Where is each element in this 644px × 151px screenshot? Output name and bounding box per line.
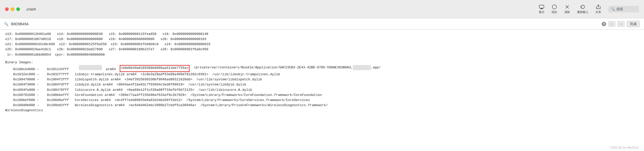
toolbar-present[interactable]: 现在 bbox=[552, 4, 557, 14]
window-title: .crash bbox=[26, 7, 36, 11]
binary-row-7: 0x180bbf000 – 0x180d8afff CoreServices a… bbox=[5, 98, 639, 103]
toolbar-reload-label: 重新载入 bbox=[577, 10, 588, 14]
register-row-5: lr: 0x00000001dbb88854 cpsr: 0x000000000… bbox=[5, 52, 639, 57]
toolbar-reload[interactable]: 重新载入 bbox=[577, 4, 588, 14]
binary-row-4: 0x1804f3000 – 0x1804fdfff libdyld.dylib … bbox=[5, 82, 639, 87]
traffic-lights bbox=[5, 7, 20, 11]
binary-row-2: 0x1032ec000 – 0x1032f7fff libobjc-trampo… bbox=[5, 72, 639, 77]
close-button[interactable] bbox=[5, 7, 9, 11]
svg-point-3 bbox=[552, 5, 556, 9]
highlighted-uuid: <b8d9b49a6269388b8996aa512eb7755a> bbox=[120, 65, 189, 72]
done-button[interactable]: 完成 bbox=[627, 21, 640, 27]
binary-row-3: 0x180470000 – 0x1804f2fff libdispatch.dy… bbox=[5, 77, 639, 82]
present-icon bbox=[552, 4, 557, 10]
search-placeholder: 搜索 bbox=[616, 7, 623, 11]
next-result-button[interactable]: › bbox=[617, 21, 625, 27]
register-row-3: x21: 0x00000000010140c660 x22: 0x0000000… bbox=[5, 42, 639, 47]
search-input-bar: 🔍 B8D9B49A ✕ ‹ › 完成 bbox=[0, 18, 644, 30]
toolbar-search[interactable]: 🔍 搜索 bbox=[608, 6, 639, 12]
minimize-button[interactable] bbox=[11, 7, 14, 11]
search-icon: 🔍 bbox=[611, 7, 615, 11]
title-bar-left: .crash bbox=[5, 7, 36, 11]
svg-rect-2 bbox=[540, 9, 543, 9]
binary-row-5: 0x1804fe000 – 0x180478fff libicucore.A.d… bbox=[5, 87, 639, 93]
toolbar-display-label: 显示 bbox=[539, 10, 544, 14]
toolbar-share[interactable]: 共享 bbox=[595, 4, 601, 14]
watermark: CSDN @I am Big Boss... bbox=[610, 146, 641, 149]
toolbar-display[interactable]: 显示 bbox=[539, 4, 544, 14]
search-query-text: B8D9B49A bbox=[11, 22, 599, 26]
svg-rect-1 bbox=[541, 8, 542, 9]
binary-images-header: Binary Images: bbox=[5, 60, 639, 65]
share-icon bbox=[595, 4, 601, 10]
binary-row-8: 0x180d8b000 – 0x180dd1fff WirelessDiagno… bbox=[5, 103, 639, 108]
title-bar: .crash 显示 现在 bbox=[0, 0, 644, 18]
search-icon-sm: 🔍 bbox=[4, 22, 8, 26]
maximize-button[interactable] bbox=[16, 7, 20, 11]
register-row-2: x17: 0x00000001807d0518 x18: 0x000000000… bbox=[5, 37, 639, 42]
toolbar-present-label: 现在 bbox=[552, 10, 557, 14]
search-actions: ✕ ‹ › 完成 bbox=[602, 21, 640, 27]
clear-icon bbox=[564, 4, 570, 10]
register-row-1: x13: 0x000000012b981a90 x14: 0x000000000… bbox=[5, 32, 639, 37]
binary-row-6: 0x180781000 – 0x180bbefff CoreFoundation… bbox=[5, 93, 639, 98]
display-icon bbox=[539, 4, 544, 10]
toolbar: 显示 现在 清除 bbox=[539, 4, 639, 14]
register-row-4: x25: 0x000000019ae418c1 x26: 0x000000019… bbox=[5, 47, 639, 52]
binary-row-1: 0x100cb4000 – 0x101143fff █████████ arm6… bbox=[5, 65, 639, 72]
content-area: x13: 0x000000012b981a90 x14: 0x000000000… bbox=[0, 30, 644, 151]
toolbar-clear[interactable]: 清除 bbox=[564, 4, 570, 14]
prev-result-button[interactable]: ‹ bbox=[608, 21, 615, 27]
clear-search-button[interactable]: ✕ bbox=[602, 22, 606, 26]
reload-icon bbox=[580, 4, 586, 10]
toolbar-clear-label: 清除 bbox=[564, 10, 570, 14]
toolbar-share-label: 共享 bbox=[595, 10, 601, 14]
wireless-footer: WirelessDiagnostics bbox=[5, 108, 639, 113]
svg-rect-0 bbox=[539, 5, 544, 8]
